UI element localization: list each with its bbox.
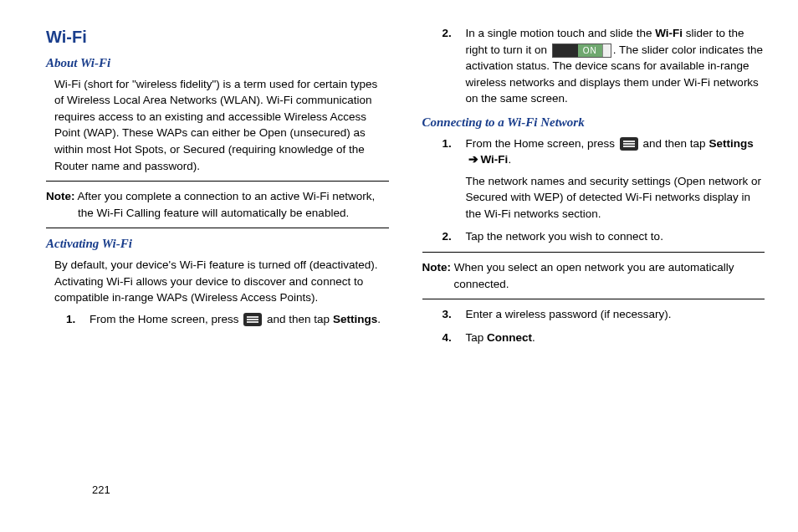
list-item: 2. Tap the network you wish to connect t… — [442, 228, 765, 245]
list-item: 3. Enter a wireless password (if necessa… — [442, 306, 765, 323]
step-text: From the Home screen, press — [90, 313, 242, 325]
wifi-label: Wi-Fi — [481, 153, 509, 166]
arrow-icon: ➔ — [468, 151, 478, 168]
note-connecting: Note: When you select an open network yo… — [422, 259, 765, 292]
page-number: 221 — [92, 483, 110, 499]
connect-label: Connect — [487, 331, 532, 344]
step-subtext: The network names and security settings … — [466, 173, 765, 223]
step-number: 2. — [442, 25, 466, 107]
note-label: Note: — [422, 261, 452, 274]
step-number: 4. — [442, 330, 466, 346]
page-title: Wi-Fi — [46, 25, 389, 49]
list-item: 1. From the Home screen, press and then … — [442, 136, 765, 223]
divider — [422, 299, 765, 299]
about-wifi-body: Wi-Fi (short for "wireless fidelity") is… — [54, 76, 389, 174]
step-text: and then tap — [640, 137, 709, 150]
on-switch-icon: ON — [552, 43, 611, 58]
divider — [46, 228, 389, 228]
step-text: and then tap — [263, 313, 333, 325]
list-item: 2. In a single motion touch and slide th… — [442, 25, 765, 107]
note-body: When you select an open network you are … — [454, 261, 734, 290]
step-number: 1. — [66, 311, 90, 328]
period: . — [508, 153, 511, 166]
wifi-label: Wi-Fi — [655, 27, 683, 39]
step-number: 3. — [442, 306, 466, 323]
step-text: Tap — [466, 331, 488, 344]
divider — [422, 252, 765, 253]
heading-about-wifi: About Wi-Fi — [46, 54, 389, 73]
divider — [46, 181, 389, 182]
step-text: In a single motion touch and slide the — [466, 27, 656, 39]
menu-icon — [620, 137, 638, 151]
note-label: Note: — [46, 190, 75, 202]
settings-label: Settings — [333, 313, 377, 325]
period: . — [377, 313, 381, 325]
settings-label: Settings — [708, 137, 753, 150]
note-body: After you complete a connection to an ac… — [78, 190, 376, 219]
period: . — [532, 331, 535, 344]
step-text: From the Home screen, press — [466, 137, 618, 150]
menu-icon — [243, 313, 262, 326]
list-item: 4. Tap Connect. — [442, 330, 765, 346]
step-text: Enter a wireless password (if necessary)… — [466, 306, 765, 323]
heading-activating-wifi: Activating Wi-Fi — [46, 235, 389, 253]
activating-wifi-body: By default, your device's Wi-Fi feature … — [54, 257, 389, 306]
step-number: 2. — [442, 228, 466, 245]
heading-connecting-wifi: Connecting to a Wi-Fi Network — [422, 114, 765, 132]
step-text: Tap the network you wish to connect to. — [466, 228, 765, 245]
note-about-wifi: Note: After you complete a connection to… — [46, 188, 389, 221]
step-number: 1. — [442, 136, 466, 223]
list-item: 1. From the Home screen, press and then … — [66, 311, 389, 328]
